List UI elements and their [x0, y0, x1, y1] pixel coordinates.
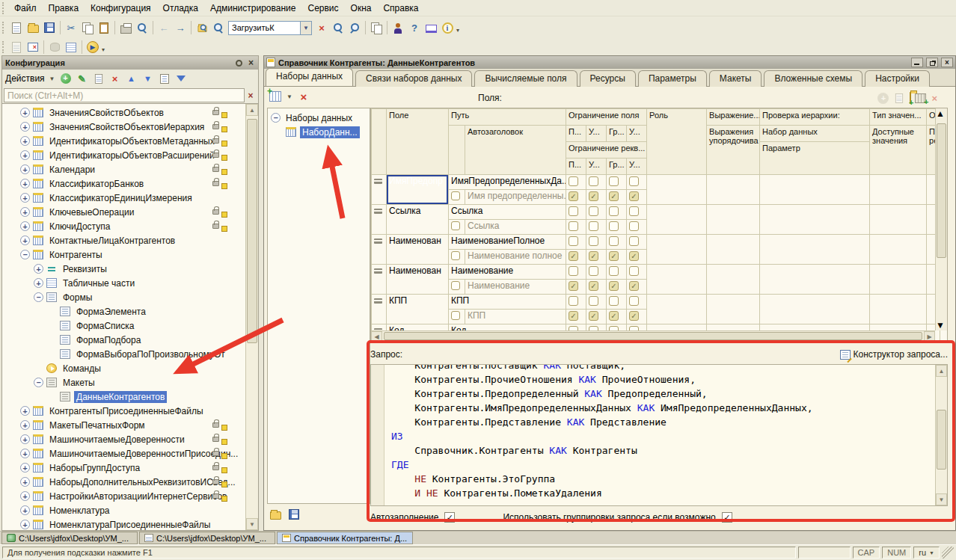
save-icon[interactable]	[42, 20, 57, 35]
checkbox-unchecked-icon[interactable]	[451, 251, 460, 260]
move-down-icon[interactable]: ▼	[142, 73, 154, 84]
attribute-restriction-cell[interactable]: ✓	[627, 250, 647, 265]
checkbox-unchecked-icon[interactable]	[609, 296, 619, 306]
row-handle[interactable]	[372, 175, 387, 205]
attribute-restriction-cell[interactable]: ✓	[607, 310, 627, 324]
restriction-cell[interactable]	[627, 235, 647, 250]
restriction-cell[interactable]	[586, 175, 607, 190]
redo-icon[interactable]: →	[173, 20, 188, 35]
autofill-checkbox[interactable]: ✓	[444, 512, 455, 523]
scroll-up-icon[interactable]: ▲	[936, 108, 947, 119]
attribute-restriction-cell[interactable]: ✓	[566, 280, 586, 295]
drag-handle-icon[interactable]	[374, 298, 382, 304]
checkbox-unchecked-icon[interactable]	[569, 176, 578, 186]
menu-справка[interactable]: Справка	[377, 1, 424, 16]
expander-icon[interactable]: +	[20, 477, 30, 487]
checkbox-checked-icon[interactable]: ✓	[609, 191, 619, 201]
auto-title-checkbox-cell[interactable]	[449, 190, 465, 205]
grid-horizontal-scrollbar[interactable]: ◀ ▶	[371, 330, 935, 341]
query-editor[interactable]: Контрагенты.Поставщик КАК Поставщик, Кон…	[370, 364, 948, 506]
delete-dataset-icon[interactable]: ×	[296, 89, 311, 104]
add-dataset-icon[interactable]	[268, 89, 283, 104]
scrollbar-thumb[interactable]	[384, 332, 922, 340]
quick-search-combobox[interactable]: ЗагрузитьК ▼	[228, 21, 312, 35]
restriction-cell[interactable]	[586, 295, 607, 310]
tab-вычисляемые-поля[interactable]: Вычисляемые поля	[474, 70, 577, 87]
add-folder-icon[interactable]	[910, 93, 911, 103]
expander-icon[interactable]: −	[34, 378, 43, 387]
checkbox-unchecked-icon[interactable]	[451, 281, 460, 290]
scroll-up-icon[interactable]: ▲	[246, 104, 258, 116]
row-handle[interactable]	[372, 235, 387, 265]
scroll-left-icon[interactable]: ◀	[371, 331, 382, 341]
tree-item[interactable]: −Формы	[2, 290, 245, 304]
expander-icon[interactable]: +	[20, 420, 30, 430]
expander-icon[interactable]: +	[20, 164, 30, 174]
find-next-icon[interactable]	[331, 20, 346, 35]
checkbox-checked-icon[interactable]: ✓	[569, 281, 578, 291]
scrollbar-thumb[interactable]	[247, 119, 257, 343]
tree-item[interactable]: +ФормаВыбораПоПроизвольномуОт	[2, 347, 245, 361]
query-designer-link[interactable]: Конструктор запроса...	[840, 349, 948, 360]
expander-icon[interactable]: +	[20, 520, 30, 529]
expander-icon[interactable]: +	[20, 179, 30, 188]
combobox-dropdown-icon[interactable]: ▼	[300, 22, 311, 34]
load-query-icon[interactable]	[270, 511, 281, 520]
attribute-restriction-cell[interactable]: ✓	[586, 190, 607, 205]
checkbox-unchecked-icon[interactable]	[589, 206, 598, 216]
field-name-cell[interactable]: КПП	[387, 295, 449, 324]
checkbox-unchecked-icon[interactable]	[609, 221, 619, 231]
role-cell[interactable]	[647, 205, 707, 235]
expression-cell[interactable]	[707, 295, 760, 324]
add-expression-icon[interactable]	[893, 90, 905, 105]
restriction-cell[interactable]	[586, 205, 607, 220]
checkbox-unchecked-icon[interactable]	[589, 236, 598, 246]
scroll-down-icon[interactable]: ▼	[936, 320, 947, 330]
checkbox-checked-icon[interactable]: ✓	[589, 281, 598, 291]
restriction-cell[interactable]	[607, 235, 627, 250]
checkbox-unchecked-icon[interactable]	[569, 221, 578, 231]
restriction-cell[interactable]	[566, 265, 586, 280]
field-name-cell[interactable]: Наименован	[387, 235, 449, 265]
expander-icon[interactable]: +	[20, 505, 30, 515]
menu-файл[interactable]: Файл	[8, 1, 43, 16]
move-up-icon[interactable]: ▲	[126, 73, 138, 84]
tree-item[interactable]: +ФормаЭлемента	[2, 304, 245, 319]
path-cell[interactable]: Ссылка	[449, 205, 566, 220]
help-contents-icon[interactable]	[423, 20, 438, 35]
checkbox-unchecked-icon[interactable]	[589, 296, 598, 306]
edit-icon[interactable]: ✎	[76, 73, 88, 84]
clear-search-icon[interactable]: ×	[245, 90, 257, 102]
paste-icon[interactable]	[96, 20, 111, 35]
add-dataset-dropdown-icon[interactable]: ▼	[287, 93, 292, 100]
menu-администрирование[interactable]: Администрирование	[204, 1, 301, 16]
checkbox-unchecked-icon[interactable]	[451, 191, 460, 200]
use-groupings-checkbox[interactable]: ✓	[722, 512, 732, 523]
expander-icon[interactable]: +	[20, 207, 30, 217]
auto-title-checkbox-cell[interactable]	[449, 280, 465, 295]
tree-item[interactable]: +МашиночитаемыеДоверенности	[2, 432, 245, 446]
checkbox-checked-icon[interactable]: ✓	[629, 191, 639, 201]
field-name-cell[interactable]: Наименован	[387, 265, 449, 295]
attribute-restriction-cell[interactable]: ✓	[566, 310, 586, 324]
start-debugging-icon[interactable]: ▶	[85, 40, 100, 54]
grid-vertical-scrollbar[interactable]: ▲ ▼	[935, 108, 947, 330]
tab-параметры[interactable]: Параметры	[638, 70, 707, 87]
attribute-restriction-cell[interactable]: ✓	[627, 310, 647, 324]
cut-icon[interactable]: ✂	[64, 20, 79, 35]
tree-item[interactable]: +ФормаПодбора	[2, 333, 245, 347]
value-type-cell[interactable]	[870, 295, 927, 324]
expander-icon[interactable]: +	[20, 434, 30, 444]
checkbox-unchecked-icon[interactable]	[569, 236, 578, 246]
checkbox-checked-icon[interactable]: ✓	[629, 311, 639, 321]
drag-handle-icon[interactable]	[374, 239, 382, 244]
new-document-icon[interactable]	[9, 20, 24, 35]
auto-title-checkbox-cell[interactable]	[449, 310, 465, 324]
tree-item[interactable]: +ДанныеКонтрагентов	[2, 390, 245, 404]
attribute-restriction-cell[interactable]: ✓	[586, 250, 607, 265]
path-cell[interactable]: Наименование	[449, 265, 566, 280]
field-row[interactable]: СсылкаСсылка	[372, 205, 940, 220]
auto-title-cell[interactable]: Наименование полное	[465, 250, 566, 265]
fields-grid[interactable]: ПолеПутьОграничение поляРольВыражение...…	[370, 108, 948, 342]
checkbox-unchecked-icon[interactable]	[451, 221, 460, 230]
